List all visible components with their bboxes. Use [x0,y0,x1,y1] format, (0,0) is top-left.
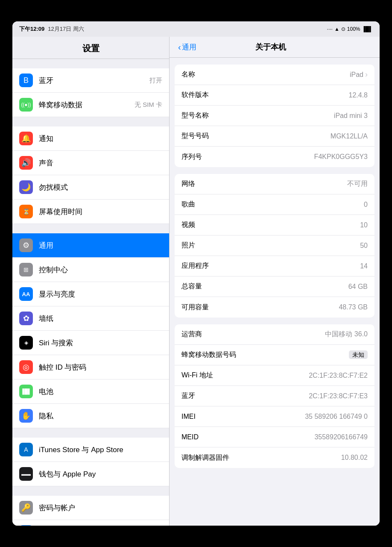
bluetooth-address-value: 2C:1F:23:8C:F7:E3 [309,392,368,400]
detail-row-photos: 照片 50 [175,235,374,256]
modem-label: 调制解调器固件 [181,453,229,462]
sidebar-group-connectivity: B 蓝牙 打开 ((●)) 蜂窝移动数据 无 SIM 卡 [12,68,169,117]
model-number-value: MGK12LL/A [331,132,368,140]
photos-value: 50 [360,242,368,250]
back-label: 通用 [182,42,196,52]
songs-value: 0 [364,201,368,209]
model-name-value: iPad mini 3 [334,112,368,120]
dnd-label: 勿扰模式 [39,182,162,192]
touchid-label: 触控 ID 与密码 [39,362,162,372]
battery-icon: ▐█▌ [19,385,33,398]
detail-row-capacity: 总容量 64 GB [175,276,374,297]
meid-value: 35589206166749 [314,433,368,441]
detail-section-network: 运营商 中国移动 36.0 蜂窝移动数据号码 未知 Wi-Fi 地址 2C:1F… [175,324,374,468]
detail-row-model-number: 型号号码 MGK12LL/A [175,126,374,147]
videos-label: 视频 [181,221,195,229]
siri-label: Siri 与搜索 [39,338,162,348]
available-label: 可用容量 [181,303,209,312]
apps-label: 应用程序 [181,262,209,271]
detail-row-available: 可用容量 48.73 GB [175,297,374,318]
divider [12,117,169,126]
detail-header: ‹ 通用 关于本机 [170,37,380,58]
imei-label: IMEI [181,413,196,421]
detail-row-network: 网络 不可用 [175,174,374,194]
sound-icon: 🔊 [19,156,33,170]
sidebar-item-siri[interactable]: ◈ Siri 与搜索 [12,331,169,355]
cellular-number-label: 蜂窝移动数据号码 [181,350,236,359]
detail-row-modem: 调制解调器固件 10.80.02 [175,447,374,468]
display-label: 显示与亮度 [39,289,162,299]
capacity-value: 64 GB [348,283,368,291]
divider [12,428,169,438]
sidebar-item-dnd[interactable]: 🌙 勿扰模式 [12,175,169,200]
sidebar: 设置 B 蓝牙 打开 ((●)) 蜂窝移动数据 无 SIM 卡 🔔 [12,37,170,526]
detail-section-device: 名称 iPad 软件版本 12.4.8 型号名称 iPad mini 3 型号号… [175,65,374,167]
sidebar-item-wallpaper[interactable]: ✿ 墙纸 [12,306,169,331]
sidebar-item-display[interactable]: AA 显示与亮度 [12,282,169,306]
detail-row-name: 名称 iPad [175,65,374,85]
wallpaper-icon: ✿ [19,312,33,325]
battery-percent: 100% [347,26,360,32]
sidebar-item-screen-time[interactable]: ⏳ 屏幕使用时间 [12,200,169,224]
main-layout: 设置 B 蓝牙 打开 ((●)) 蜂窝移动数据 无 SIM 卡 🔔 [12,37,380,526]
sidebar-item-itunes[interactable]: A iTunes Store 与 App Store [12,438,169,462]
sidebar-item-control-center[interactable]: ⊞ 控制中心 [12,258,169,282]
imei-value: 35 589206 166749 0 [305,413,368,421]
status-bar: 下午12:09 12月17日 周六 ···· ▲ ⊙ 100% ▐█▌ [12,21,380,37]
sidebar-item-touchid[interactable]: ◎ 触控 ID 与密码 [12,355,169,379]
sidebar-item-passwords[interactable]: 🔑 密码与帐户 [12,496,169,520]
sidebar-item-wallet[interactable]: ▬▬ 钱包与 Apple Pay [12,462,169,486]
network-value: 不可用 [347,179,368,188]
privacy-label: 隐私 [39,411,162,421]
sidebar-item-general[interactable]: ⚙ 通用 [12,233,169,258]
detail-row-cellular-number: 蜂窝移动数据号码 未知 [175,345,374,365]
siri-icon: ◈ [19,336,33,350]
modem-value: 10.80.02 [341,454,368,462]
model-number-label: 型号号码 [181,132,209,141]
control-center-label: 控制中心 [39,265,162,275]
sidebar-item-mail[interactable]: ✉ 邮件 [12,520,169,526]
sidebar-item-notification[interactable]: 🔔 通知 [12,126,169,151]
display-icon: AA [19,287,33,301]
status-date: 12月17日 周六 [48,25,84,33]
sidebar-item-battery[interactable]: ▐█▌ 电池 [12,379,169,404]
apps-value: 14 [360,262,368,270]
divider [12,59,169,68]
detail-row-carrier: 运营商 中国移动 36.0 [175,324,374,345]
wallet-icon: ▬▬ [19,467,33,481]
sidebar-group-general: ⚙ 通用 ⊞ 控制中心 AA 显示与亮度 ✿ 墙纸 ◈ Siri 与搜索 [12,233,169,428]
notification-icon: 🔔 [19,132,33,145]
detail-row-serial: 序列号 F4KPK0GGG5Y3 [175,147,374,167]
serial-value: F4KPK0GGG5Y3 [314,153,368,161]
software-label: 软件版本 [181,91,209,100]
sidebar-item-sound[interactable]: 🔊 声音 [12,151,169,175]
sidebar-item-privacy[interactable]: ✋ 隐私 [12,404,169,428]
back-button[interactable]: ‹ 通用 [178,42,196,52]
sidebar-group-system: 🔔 通知 🔊 声音 🌙 勿扰模式 ⏳ 屏幕使用时间 [12,126,169,224]
sidebar-item-cellular[interactable]: ((●)) 蜂窝移动数据 无 SIM 卡 [12,93,169,117]
passwords-icon: 🔑 [19,501,33,515]
detail-row-wifi-address: Wi-Fi 地址 2C:1F:23:8C:F7:E2 [175,365,374,386]
software-value: 12.4.8 [349,91,368,99]
sidebar-title: 设置 [12,37,169,59]
sidebar-item-bluetooth[interactable]: B 蓝牙 打开 [12,68,169,93]
status-right: ···· ▲ ⊙ 100% ▐█▌ [327,26,373,32]
divider [12,486,169,496]
detail-row-meid: MEID 35589206166749 [175,427,374,447]
detail-panel: ‹ 通用 关于本机 名称 iPad 软件版本 12.4.8 型号名称 iPad … [170,37,380,526]
carrier-value: 中国移动 36.0 [325,330,368,339]
available-value: 48.73 GB [339,303,368,311]
wifi-address-value: 2C:1F:23:8C:F7:E2 [309,372,368,379]
capacity-label: 总容量 [181,282,202,291]
cellular-number-value: 未知 [349,351,368,359]
name-value[interactable]: iPad [350,70,368,79]
divider [12,224,169,233]
bluetooth-value: 打开 [149,76,162,85]
privacy-icon: ✋ [19,409,33,423]
device-frame: 下午12:09 12月17日 周六 ···· ▲ ⊙ 100% ▐█▌ 设置 B… [12,21,380,526]
wallet-label: 钱包与 Apple Pay [39,469,162,479]
wifi-icon: ▲ [334,26,339,32]
itunes-icon: A [19,443,33,456]
detail-row-videos: 视频 10 [175,215,374,235]
sidebar-group-services: A iTunes Store 与 App Store ▬▬ 钱包与 Apple … [12,438,169,486]
